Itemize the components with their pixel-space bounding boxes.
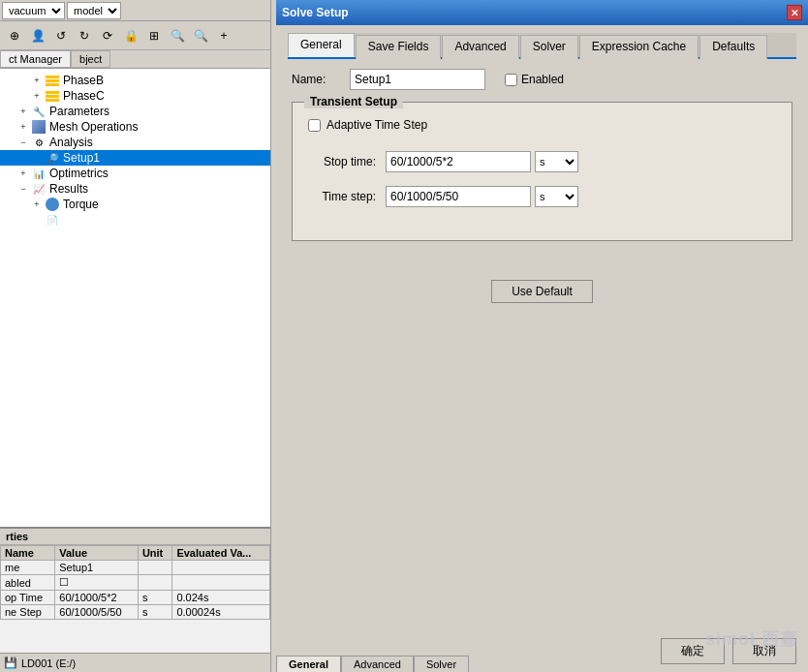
table-row: meSetup1 (1, 561, 270, 575)
ct-manager-tab[interactable]: ct Manager (0, 50, 71, 68)
icon-btn-3[interactable]: ↺ (50, 25, 72, 46)
results-icon: 📈 (31, 182, 47, 196)
left-panel: vacuum model ⊕ 👤 ↺ ↻ ⟳ 🔒 ⊞ 🔍 🔍 + ct Mana… (0, 0, 271, 672)
time-step-label: Time step: (308, 190, 386, 203)
phasec-icon (45, 89, 60, 103)
time-step-unit[interactable]: s ms us (535, 186, 578, 207)
enabled-checkbox[interactable] (505, 74, 517, 86)
icon-btn-7[interactable]: ⊞ (143, 25, 165, 46)
expand-results[interactable]: − (17, 183, 29, 195)
adaptive-checkbox[interactable] (308, 119, 321, 132)
expand-phaseb[interactable]: + (31, 75, 43, 86)
time-step-input[interactable] (386, 186, 531, 207)
stop-time-row: Stop time: s ms us (308, 151, 776, 172)
phaseb-icon (45, 74, 60, 87)
col-unit: Unit (138, 546, 172, 561)
mesh-icon (31, 120, 47, 134)
stop-time-unit[interactable]: s ms us (535, 151, 578, 172)
params-label: Parameters (49, 105, 109, 118)
tree-panel[interactable]: + PhaseB + PhaseC + 🔧 Parameters + (0, 69, 270, 527)
dialog-titlebar: Solve Setup ✕ (276, 0, 808, 25)
expand-optim[interactable]: + (17, 168, 29, 179)
icon-btn-1[interactable]: ⊕ (4, 25, 25, 46)
status-bar: 💾 LD001 (E:/) (0, 653, 270, 672)
optim-label: Optimetrics (49, 167, 109, 180)
transient-legend: Transient Setup (304, 95, 403, 108)
expand-torque[interactable]: + (31, 199, 43, 210)
tab-advanced[interactable]: Advanced (442, 35, 518, 59)
use-default-button[interactable]: Use Default (491, 280, 593, 303)
status-text: LD001 (E:/) (21, 657, 76, 669)
properties-label: rties (0, 529, 270, 545)
tree-item-phaseb[interactable]: + PhaseB (0, 73, 270, 88)
tree-item-parameters[interactable]: + 🔧 Parameters (0, 104, 270, 119)
tab-save-fields[interactable]: Save Fields (356, 35, 442, 59)
stop-time-input[interactable] (386, 151, 531, 172)
table-row: abled☐ (1, 575, 270, 591)
adaptive-label: Adaptive Time Step (326, 118, 427, 132)
icon-btn-8[interactable]: 🔍 (167, 25, 188, 46)
model-dropdown[interactable]: model (67, 2, 121, 19)
tab-expression-cache[interactable]: Expression Cache (579, 35, 699, 59)
table-row: ne Step60/1000/5/50s0.00024s (1, 605, 270, 620)
icon-btn-2[interactable]: 👤 (27, 25, 48, 46)
dialog-title: Solve Setup (282, 6, 349, 19)
icon-btn-5[interactable]: ⟳ (97, 25, 118, 46)
extra-icon: 📄 (45, 213, 60, 227)
tab-solver[interactable]: Solver (520, 35, 578, 59)
icon-btn-4[interactable]: ↻ (74, 25, 95, 46)
expand-extra[interactable] (31, 214, 43, 226)
phasec-label: PhaseC (63, 89, 105, 103)
time-step-row: Time step: s ms us (308, 186, 776, 207)
bottom-tabs: General Advanced Solver (276, 656, 469, 672)
transient-setup-box: Transient Setup Adaptive Time Step Stop … (292, 102, 792, 241)
params-icon: 🔧 (31, 105, 47, 118)
analysis-label: Analysis (49, 136, 93, 149)
expand-mesh[interactable]: + (17, 121, 29, 133)
dialog-body: General Save Fields Advanced Solver Expr… (276, 25, 808, 672)
stop-time-label: Stop time: (308, 155, 386, 168)
expand-params[interactable]: + (17, 106, 29, 117)
icon-btn-9[interactable]: 🔍 (190, 25, 211, 46)
object-tab[interactable]: bject (71, 50, 110, 68)
bottom-tab-advanced[interactable]: Advanced (341, 656, 414, 672)
properties-table: Name Value Unit Evaluated Va... meSetup1… (0, 545, 270, 620)
tab-defaults[interactable]: Defaults (699, 35, 767, 59)
tree-item-analysis[interactable]: − ⚙ Analysis (0, 135, 270, 150)
icon-btn-6[interactable]: 🔒 (120, 25, 141, 46)
optim-icon: 📊 (31, 167, 47, 180)
phaseb-label: PhaseB (63, 74, 104, 87)
tree-item-extra[interactable]: 📄 (0, 212, 270, 228)
tab-general[interactable]: General (288, 33, 355, 57)
col-value: Value (55, 546, 139, 561)
table-row: op Time60/1000/5*2s0.024s (1, 591, 270, 605)
results-label: Results (49, 182, 88, 196)
expand-setup1[interactable] (31, 152, 43, 164)
toolbar-row-2: ⊕ 👤 ↺ ↻ ⟳ 🔒 ⊞ 🔍 🔍 + (0, 21, 270, 50)
col-name: Name (1, 546, 55, 561)
tree-item-results[interactable]: − 📈 Results (0, 181, 270, 197)
name-label: Name: (292, 73, 350, 86)
expand-analysis[interactable]: − (17, 137, 29, 148)
tree-item-optimetrics[interactable]: + 📊 Optimetrics (0, 166, 270, 181)
icon-btn-10[interactable]: + (213, 25, 234, 46)
bottom-tab-general[interactable]: General (276, 656, 341, 672)
name-input[interactable] (350, 69, 485, 90)
mesh-label: Mesh Operations (49, 120, 138, 134)
expand-phasec[interactable]: + (31, 90, 43, 102)
properties-panel: rties Name Value Unit Evaluated Va... me… (0, 527, 270, 653)
tree-item-mesh[interactable]: + Mesh Operations (0, 119, 270, 135)
vacuum-dropdown[interactable]: vacuum (2, 2, 65, 19)
bottom-tab-solver[interactable]: Solver (414, 656, 469, 672)
toolbar-row-1: vacuum model (0, 0, 270, 21)
watermark: simol 西嘉 (705, 627, 798, 651)
torque-label: Torque (63, 198, 99, 211)
dialog-tab-bar: General Save Fields Advanced Solver Expr… (288, 33, 796, 59)
close-button[interactable]: ✕ (787, 5, 802, 20)
setup1-icon: 🔎 (45, 151, 60, 165)
drive-icon: 💾 (4, 657, 17, 669)
col-evaluated: Evaluated Va... (172, 546, 270, 561)
tree-item-setup1[interactable]: 🔎 Setup1 (0, 150, 270, 166)
tree-item-torque[interactable]: + Torque (0, 197, 270, 212)
tree-item-phasec[interactable]: + PhaseC (0, 88, 270, 104)
